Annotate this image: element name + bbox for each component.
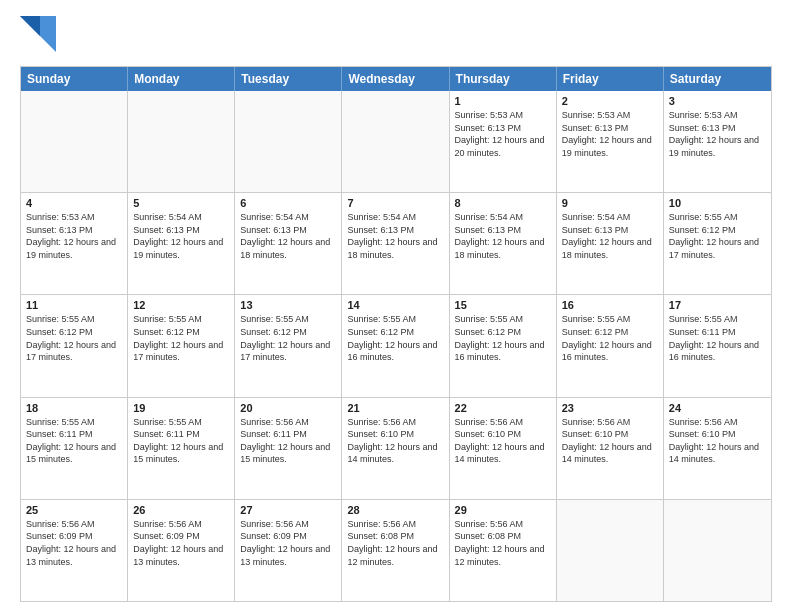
sunset-label: Sunset: 6:12 PM — [26, 327, 93, 337]
sunrise-label: Sunrise: 5:56 AM — [669, 417, 738, 427]
cell-info: Sunrise: 5:55 AMSunset: 6:12 PMDaylight:… — [240, 313, 336, 363]
day-number: 17 — [669, 299, 766, 311]
header-friday: Friday — [557, 67, 664, 91]
day-number: 23 — [562, 402, 658, 414]
day-number: 14 — [347, 299, 443, 311]
day-number: 8 — [455, 197, 551, 209]
cell-info: Sunrise: 5:56 AMSunset: 6:10 PMDaylight:… — [347, 416, 443, 466]
cell-info: Sunrise: 5:56 AMSunset: 6:09 PMDaylight:… — [240, 518, 336, 568]
cell-w4-d6: 23Sunrise: 5:56 AMSunset: 6:10 PMDayligh… — [557, 398, 664, 499]
daylight-label: Daylight: 12 hours and 15 minutes. — [133, 442, 223, 465]
sunrise-label: Sunrise: 5:55 AM — [455, 314, 524, 324]
day-number: 7 — [347, 197, 443, 209]
sunrise-label: Sunrise: 5:56 AM — [347, 519, 416, 529]
daylight-label: Daylight: 12 hours and 15 minutes. — [26, 442, 116, 465]
sunset-label: Sunset: 6:09 PM — [133, 531, 200, 541]
sunset-label: Sunset: 6:10 PM — [455, 429, 522, 439]
cell-info: Sunrise: 5:53 AMSunset: 6:13 PMDaylight:… — [455, 109, 551, 159]
sunset-label: Sunset: 6:10 PM — [562, 429, 629, 439]
daylight-label: Daylight: 12 hours and 16 minutes. — [669, 340, 759, 363]
cell-info: Sunrise: 5:56 AMSunset: 6:09 PMDaylight:… — [26, 518, 122, 568]
day-number: 16 — [562, 299, 658, 311]
sunrise-label: Sunrise: 5:55 AM — [669, 314, 738, 324]
sunset-label: Sunset: 6:11 PM — [669, 327, 736, 337]
cell-info: Sunrise: 5:55 AMSunset: 6:11 PMDaylight:… — [669, 313, 766, 363]
sunrise-label: Sunrise: 5:56 AM — [455, 417, 524, 427]
sunset-label: Sunset: 6:13 PM — [240, 225, 307, 235]
cell-w5-d4: 28Sunrise: 5:56 AMSunset: 6:08 PMDayligh… — [342, 500, 449, 601]
daylight-label: Daylight: 12 hours and 19 minutes. — [133, 237, 223, 260]
calendar: Sunday Monday Tuesday Wednesday Thursday… — [20, 66, 772, 602]
daylight-label: Daylight: 12 hours and 18 minutes. — [455, 237, 545, 260]
cell-w2-d1: 4Sunrise: 5:53 AMSunset: 6:13 PMDaylight… — [21, 193, 128, 294]
header-monday: Monday — [128, 67, 235, 91]
day-number: 6 — [240, 197, 336, 209]
sunset-label: Sunset: 6:13 PM — [455, 123, 522, 133]
daylight-label: Daylight: 12 hours and 14 minutes. — [562, 442, 652, 465]
cell-info: Sunrise: 5:56 AMSunset: 6:08 PMDaylight:… — [455, 518, 551, 568]
cell-w2-d2: 5Sunrise: 5:54 AMSunset: 6:13 PMDaylight… — [128, 193, 235, 294]
cell-w2-d3: 6Sunrise: 5:54 AMSunset: 6:13 PMDaylight… — [235, 193, 342, 294]
cell-w3-d6: 16Sunrise: 5:55 AMSunset: 6:12 PMDayligh… — [557, 295, 664, 396]
sunset-label: Sunset: 6:12 PM — [133, 327, 200, 337]
sunrise-label: Sunrise: 5:54 AM — [562, 212, 631, 222]
cell-w3-d4: 14Sunrise: 5:55 AMSunset: 6:12 PMDayligh… — [342, 295, 449, 396]
sunrise-label: Sunrise: 5:55 AM — [133, 417, 202, 427]
sunrise-label: Sunrise: 5:55 AM — [562, 314, 631, 324]
daylight-label: Daylight: 12 hours and 12 minutes. — [455, 544, 545, 567]
daylight-label: Daylight: 12 hours and 14 minutes. — [347, 442, 437, 465]
sunset-label: Sunset: 6:13 PM — [562, 225, 629, 235]
cell-w1-d3 — [235, 91, 342, 192]
sunrise-label: Sunrise: 5:53 AM — [455, 110, 524, 120]
daylight-label: Daylight: 12 hours and 18 minutes. — [240, 237, 330, 260]
cell-w3-d3: 13Sunrise: 5:55 AMSunset: 6:12 PMDayligh… — [235, 295, 342, 396]
daylight-label: Daylight: 12 hours and 17 minutes. — [26, 340, 116, 363]
sunrise-label: Sunrise: 5:54 AM — [240, 212, 309, 222]
day-number: 28 — [347, 504, 443, 516]
cell-w5-d1: 25Sunrise: 5:56 AMSunset: 6:09 PMDayligh… — [21, 500, 128, 601]
cell-info: Sunrise: 5:55 AMSunset: 6:12 PMDaylight:… — [562, 313, 658, 363]
cell-w4-d3: 20Sunrise: 5:56 AMSunset: 6:11 PMDayligh… — [235, 398, 342, 499]
sunset-label: Sunset: 6:09 PM — [26, 531, 93, 541]
day-number: 13 — [240, 299, 336, 311]
cell-w5-d3: 27Sunrise: 5:56 AMSunset: 6:09 PMDayligh… — [235, 500, 342, 601]
cell-info: Sunrise: 5:56 AMSunset: 6:10 PMDaylight:… — [455, 416, 551, 466]
sunrise-label: Sunrise: 5:56 AM — [240, 519, 309, 529]
day-number: 20 — [240, 402, 336, 414]
sunset-label: Sunset: 6:13 PM — [26, 225, 93, 235]
sunrise-label: Sunrise: 5:55 AM — [669, 212, 738, 222]
daylight-label: Daylight: 12 hours and 12 minutes. — [347, 544, 437, 567]
sunrise-label: Sunrise: 5:55 AM — [26, 417, 95, 427]
day-number: 27 — [240, 504, 336, 516]
cell-w4-d1: 18Sunrise: 5:55 AMSunset: 6:11 PMDayligh… — [21, 398, 128, 499]
day-number: 19 — [133, 402, 229, 414]
day-number: 26 — [133, 504, 229, 516]
sunset-label: Sunset: 6:13 PM — [133, 225, 200, 235]
day-number: 5 — [133, 197, 229, 209]
cell-info: Sunrise: 5:56 AMSunset: 6:08 PMDaylight:… — [347, 518, 443, 568]
cell-w4-d7: 24Sunrise: 5:56 AMSunset: 6:10 PMDayligh… — [664, 398, 771, 499]
cell-info: Sunrise: 5:56 AMSunset: 6:09 PMDaylight:… — [133, 518, 229, 568]
header-wednesday: Wednesday — [342, 67, 449, 91]
daylight-label: Daylight: 12 hours and 16 minutes. — [347, 340, 437, 363]
daylight-label: Daylight: 12 hours and 18 minutes. — [562, 237, 652, 260]
cell-w3-d7: 17Sunrise: 5:55 AMSunset: 6:11 PMDayligh… — [664, 295, 771, 396]
svg-marker-1 — [20, 16, 40, 36]
day-number: 3 — [669, 95, 766, 107]
header-thursday: Thursday — [450, 67, 557, 91]
day-number: 29 — [455, 504, 551, 516]
cell-info: Sunrise: 5:56 AMSunset: 6:11 PMDaylight:… — [240, 416, 336, 466]
cell-info: Sunrise: 5:54 AMSunset: 6:13 PMDaylight:… — [133, 211, 229, 261]
sunrise-label: Sunrise: 5:56 AM — [26, 519, 95, 529]
cell-info: Sunrise: 5:55 AMSunset: 6:12 PMDaylight:… — [455, 313, 551, 363]
day-number: 18 — [26, 402, 122, 414]
cell-w5-d6 — [557, 500, 664, 601]
cell-w2-d7: 10Sunrise: 5:55 AMSunset: 6:12 PMDayligh… — [664, 193, 771, 294]
cell-info: Sunrise: 5:54 AMSunset: 6:13 PMDaylight:… — [240, 211, 336, 261]
sunset-label: Sunset: 6:13 PM — [455, 225, 522, 235]
week-row-3: 11Sunrise: 5:55 AMSunset: 6:12 PMDayligh… — [21, 295, 771, 397]
sunrise-label: Sunrise: 5:53 AM — [562, 110, 631, 120]
header-saturday: Saturday — [664, 67, 771, 91]
daylight-label: Daylight: 12 hours and 14 minutes. — [669, 442, 759, 465]
sunset-label: Sunset: 6:11 PM — [26, 429, 93, 439]
